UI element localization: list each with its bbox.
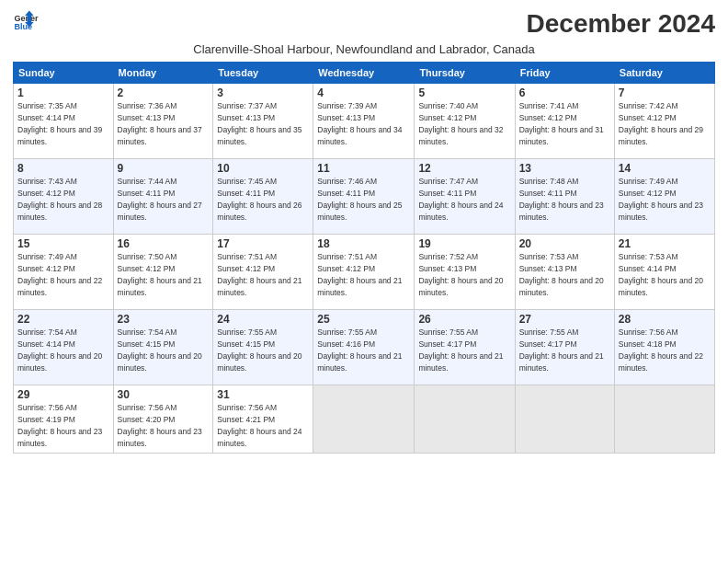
day-number: 5 xyxy=(418,86,510,99)
calendar-header-row: Sunday Monday Tuesday Wednesday Thursday… xyxy=(14,63,715,84)
day-info: Sunrise: 7:49 AMSunset: 4:12 PMDaylight:… xyxy=(619,177,703,222)
day-number: 8 xyxy=(17,162,109,175)
day-number: 10 xyxy=(217,162,309,175)
day-info: Sunrise: 7:45 AMSunset: 4:11 PMDaylight:… xyxy=(217,177,301,222)
day-info: Sunrise: 7:56 AMSunset: 4:20 PMDaylight:… xyxy=(118,403,202,448)
subtitle: Clarenville-Shoal Harbour, Newfoundland … xyxy=(13,42,715,56)
table-row: 5 Sunrise: 7:40 AMSunset: 4:12 PMDayligh… xyxy=(415,84,515,159)
calendar-table: Sunday Monday Tuesday Wednesday Thursday… xyxy=(13,62,715,454)
day-number: 13 xyxy=(519,162,610,175)
table-row: 16 Sunrise: 7:50 AMSunset: 4:12 PMDaylig… xyxy=(113,235,213,310)
day-info: Sunrise: 7:43 AMSunset: 4:12 PMDaylight:… xyxy=(17,177,102,222)
header-friday: Friday xyxy=(515,63,614,84)
day-number: 6 xyxy=(519,86,610,99)
table-row: 7 Sunrise: 7:42 AMSunset: 4:12 PMDayligh… xyxy=(614,84,714,159)
day-number: 31 xyxy=(217,388,309,401)
day-number: 12 xyxy=(418,162,510,175)
title-section: December 2024 xyxy=(527,9,715,39)
day-number: 2 xyxy=(118,86,210,99)
header-monday: Monday xyxy=(113,63,213,84)
day-info: Sunrise: 7:56 AMSunset: 4:18 PMDaylight:… xyxy=(619,327,703,373)
day-number: 7 xyxy=(619,86,711,99)
header-wednesday: Wednesday xyxy=(313,63,415,84)
table-row xyxy=(614,385,714,454)
table-row: 28 Sunrise: 7:56 AMSunset: 4:18 PMDaylig… xyxy=(614,310,714,385)
day-number: 21 xyxy=(619,237,711,250)
header-sunday: Sunday xyxy=(14,63,114,84)
day-number: 9 xyxy=(118,162,210,175)
day-info: Sunrise: 7:47 AMSunset: 4:11 PMDaylight:… xyxy=(418,177,503,222)
header-saturday: Saturday xyxy=(614,63,714,84)
table-row: 29 Sunrise: 7:56 AMSunset: 4:19 PMDaylig… xyxy=(14,385,114,454)
table-row: 13 Sunrise: 7:48 AMSunset: 4:11 PMDaylig… xyxy=(515,159,614,235)
table-row: 1 Sunrise: 7:35 AMSunset: 4:14 PMDayligh… xyxy=(14,84,114,159)
table-row: 20 Sunrise: 7:53 AMSunset: 4:13 PMDaylig… xyxy=(515,235,614,310)
table-row xyxy=(313,385,415,454)
day-number: 23 xyxy=(118,313,210,326)
table-row: 10 Sunrise: 7:45 AMSunset: 4:11 PMDaylig… xyxy=(213,159,313,235)
day-number: 11 xyxy=(317,162,410,175)
table-row: 15 Sunrise: 7:49 AMSunset: 4:12 PMDaylig… xyxy=(14,235,114,310)
table-row: 25 Sunrise: 7:55 AMSunset: 4:16 PMDaylig… xyxy=(313,310,415,385)
table-row: 8 Sunrise: 7:43 AMSunset: 4:12 PMDayligh… xyxy=(14,159,114,235)
table-row: 24 Sunrise: 7:55 AMSunset: 4:15 PMDaylig… xyxy=(213,310,313,385)
day-info: Sunrise: 7:50 AMSunset: 4:12 PMDaylight:… xyxy=(118,252,202,297)
table-row: 2 Sunrise: 7:36 AMSunset: 4:13 PMDayligh… xyxy=(113,84,213,159)
page: General Blue December 2024 Clarenville-S… xyxy=(0,0,728,563)
main-title: December 2024 xyxy=(527,9,715,39)
day-info: Sunrise: 7:56 AMSunset: 4:21 PMDaylight:… xyxy=(217,403,301,448)
table-row: 22 Sunrise: 7:54 AMSunset: 4:14 PMDaylig… xyxy=(14,310,114,385)
day-info: Sunrise: 7:54 AMSunset: 4:15 PMDaylight:… xyxy=(118,327,202,373)
table-row: 31 Sunrise: 7:56 AMSunset: 4:21 PMDaylig… xyxy=(213,385,313,454)
table-row: 26 Sunrise: 7:55 AMSunset: 4:17 PMDaylig… xyxy=(415,310,515,385)
day-number: 29 xyxy=(17,388,109,401)
day-number: 17 xyxy=(217,237,309,250)
header-thursday: Thursday xyxy=(415,63,515,84)
day-number: 25 xyxy=(317,313,410,326)
day-number: 14 xyxy=(619,162,711,175)
day-info: Sunrise: 7:55 AMSunset: 4:17 PMDaylight:… xyxy=(418,327,503,373)
day-info: Sunrise: 7:55 AMSunset: 4:17 PMDaylight:… xyxy=(519,327,604,373)
day-info: Sunrise: 7:51 AMSunset: 4:12 PMDaylight:… xyxy=(217,252,301,297)
table-row: 3 Sunrise: 7:37 AMSunset: 4:13 PMDayligh… xyxy=(213,84,313,159)
day-number: 15 xyxy=(17,237,109,250)
day-info: Sunrise: 7:35 AMSunset: 4:14 PMDaylight:… xyxy=(17,101,102,146)
day-info: Sunrise: 7:48 AMSunset: 4:11 PMDaylight:… xyxy=(519,177,604,222)
table-row: 19 Sunrise: 7:52 AMSunset: 4:13 PMDaylig… xyxy=(415,235,515,310)
table-row: 30 Sunrise: 7:56 AMSunset: 4:20 PMDaylig… xyxy=(113,385,213,454)
day-number: 1 xyxy=(17,86,109,99)
day-number: 26 xyxy=(418,313,510,326)
table-row: 17 Sunrise: 7:51 AMSunset: 4:12 PMDaylig… xyxy=(213,235,313,310)
day-info: Sunrise: 7:52 AMSunset: 4:13 PMDaylight:… xyxy=(418,252,503,297)
table-row: 14 Sunrise: 7:49 AMSunset: 4:12 PMDaylig… xyxy=(614,159,714,235)
day-info: Sunrise: 7:53 AMSunset: 4:13 PMDaylight:… xyxy=(519,252,604,297)
header-tuesday: Tuesday xyxy=(213,63,313,84)
day-number: 19 xyxy=(418,237,510,250)
day-info: Sunrise: 7:41 AMSunset: 4:12 PMDaylight:… xyxy=(519,101,604,146)
day-number: 30 xyxy=(118,388,210,401)
day-info: Sunrise: 7:46 AMSunset: 4:11 PMDaylight:… xyxy=(317,177,402,222)
day-number: 24 xyxy=(217,313,309,326)
day-number: 18 xyxy=(317,237,410,250)
day-number: 27 xyxy=(519,313,610,326)
day-number: 22 xyxy=(17,313,109,326)
table-row: 21 Sunrise: 7:53 AMSunset: 4:14 PMDaylig… xyxy=(614,235,714,310)
day-info: Sunrise: 7:36 AMSunset: 4:13 PMDaylight:… xyxy=(118,101,202,146)
day-number: 4 xyxy=(317,86,410,99)
logo: General Blue xyxy=(13,9,39,35)
table-row: 23 Sunrise: 7:54 AMSunset: 4:15 PMDaylig… xyxy=(113,310,213,385)
day-info: Sunrise: 7:49 AMSunset: 4:12 PMDaylight:… xyxy=(17,252,102,297)
day-info: Sunrise: 7:40 AMSunset: 4:12 PMDaylight:… xyxy=(418,101,503,146)
table-row xyxy=(515,385,614,454)
table-row: 6 Sunrise: 7:41 AMSunset: 4:12 PMDayligh… xyxy=(515,84,614,159)
day-info: Sunrise: 7:37 AMSunset: 4:13 PMDaylight:… xyxy=(217,101,301,146)
day-number: 28 xyxy=(619,313,711,326)
table-row: 11 Sunrise: 7:46 AMSunset: 4:11 PMDaylig… xyxy=(313,159,415,235)
table-row xyxy=(415,385,515,454)
table-row: 4 Sunrise: 7:39 AMSunset: 4:13 PMDayligh… xyxy=(313,84,415,159)
day-info: Sunrise: 7:44 AMSunset: 4:11 PMDaylight:… xyxy=(118,177,202,222)
logo-icon: General Blue xyxy=(13,9,39,35)
day-number: 3 xyxy=(217,86,309,99)
day-info: Sunrise: 7:42 AMSunset: 4:12 PMDaylight:… xyxy=(619,101,703,146)
header: General Blue December 2024 xyxy=(13,9,715,39)
